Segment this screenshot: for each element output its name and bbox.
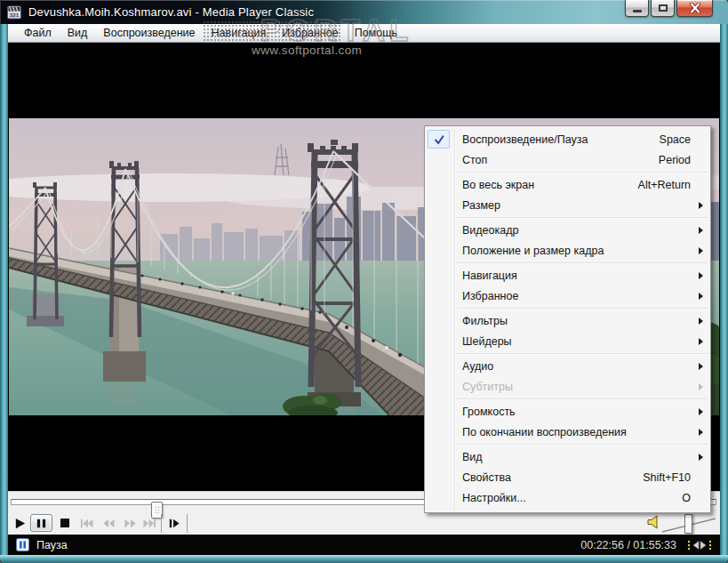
- skip-forward-button[interactable]: [142, 516, 157, 531]
- toolbar-separator: [161, 514, 162, 533]
- window-frame-bottom: [0, 555, 728, 563]
- skip-forward-icon: [142, 517, 157, 530]
- checked-indicator: [428, 130, 450, 149]
- status-icon: [16, 538, 29, 551]
- submenu-arrow-icon: [699, 363, 703, 370]
- close-button[interactable]: [676, 0, 713, 17]
- submenu-arrow-icon: [699, 202, 703, 209]
- menu-item-volume[interactable]: Громкость: [425, 401, 710, 422]
- menu-item-pan-scan[interactable]: Положение и размер кадра: [425, 240, 710, 261]
- svg-text:321: 321: [10, 12, 20, 18]
- menu-navigate[interactable]: Навигация: [204, 25, 275, 41]
- menu-item-view[interactable]: Вид: [425, 446, 710, 467]
- stop-button[interactable]: [57, 516, 72, 531]
- menubar: Файл Вид Воспроизведение Навигация Избра…: [8, 24, 720, 43]
- submenu-arrow-icon: [699, 454, 703, 461]
- statusbar: Пауза 00:22:56 / 01:55:33: [8, 535, 720, 555]
- close-icon: [689, 3, 701, 13]
- menu-separator: [456, 262, 708, 263]
- minimize-icon: [633, 10, 642, 12]
- toolbar-separator: [187, 514, 188, 533]
- frame-step-button[interactable]: [166, 516, 181, 531]
- submenu-arrow-icon: [699, 338, 703, 345]
- submenu-arrow-icon: [699, 429, 703, 436]
- window-frame-left: [0, 24, 8, 563]
- titlebar[interactable]: 321 Devushka.Moih.Koshmarov.avi - Media …: [0, 0, 728, 24]
- window-frame-right: [720, 24, 728, 563]
- menu-separator: [456, 398, 708, 399]
- submenu-arrow-icon: [699, 247, 703, 254]
- menu-view[interactable]: Вид: [60, 25, 96, 41]
- minimize-button[interactable]: [625, 0, 649, 17]
- menu-item-after-playback[interactable]: По окончании воспроизведения: [425, 422, 710, 442]
- menu-separator: [456, 217, 708, 218]
- menu-favorites[interactable]: Избранное: [274, 25, 346, 41]
- menu-item-filters[interactable]: Фильтры: [425, 310, 710, 331]
- menu-play[interactable]: Воспроизведение: [95, 25, 203, 41]
- menu-item-favorites[interactable]: Избранное: [425, 286, 710, 306]
- skip-backward-icon: [79, 517, 94, 530]
- menu-item-navigate[interactable]: Навигация: [425, 265, 710, 286]
- frame-step-icon: [167, 517, 180, 530]
- submenu-arrow-icon: [699, 318, 703, 325]
- menu-item-properties[interactable]: Свойства Shift+F10: [425, 467, 710, 487]
- play-icon: [13, 517, 27, 530]
- menu-separator: [456, 172, 708, 173]
- playback-state: Пауза: [36, 539, 68, 551]
- maximize-icon: [659, 4, 668, 12]
- context-menu: Воспроизведение/Пауза Space Стоп Period …: [424, 125, 711, 513]
- menu-help[interactable]: Помощь: [347, 25, 405, 41]
- submenu-arrow-icon: [699, 293, 703, 300]
- menu-item-video-frame[interactable]: Видеокадр: [425, 220, 710, 240]
- submenu-arrow-icon: [699, 408, 703, 415]
- maximize-button[interactable]: [651, 0, 675, 17]
- menu-item-play-pause[interactable]: Воспроизведение/Пауза Space: [425, 129, 710, 149]
- play-button[interactable]: [12, 516, 28, 531]
- volume-thumb[interactable]: [684, 514, 692, 534]
- menu-separator: [456, 353, 708, 354]
- menu-item-shaders[interactable]: Шейдеры: [425, 331, 710, 351]
- menu-separator: [456, 308, 708, 309]
- menu-separator: [456, 444, 708, 445]
- speaker-icon: [647, 515, 662, 529]
- pause-icon: [36, 518, 47, 529]
- menu-item-stop[interactable]: Стоп Period: [425, 149, 710, 170]
- transport-controls: [12, 512, 188, 534]
- submenu-arrow-icon: [699, 272, 703, 279]
- mpc-window: 321 Devushka.Moih.Koshmarov.avi - Media …: [0, 0, 728, 563]
- menu-item-options[interactable]: Настройки... O: [425, 487, 710, 508]
- time-display: 00:22:56 / 01:55:33: [580, 539, 676, 551]
- menu-item-fullscreen[interactable]: Во весь экран Alt+Return: [425, 174, 710, 195]
- audio-channels-icon: [687, 539, 712, 551]
- submenu-arrow-icon: [699, 383, 703, 390]
- submenu-arrow-icon: [699, 227, 703, 234]
- window-title: Devushka.Moih.Koshmarov.avi - Media Play…: [28, 5, 314, 19]
- rewind-icon: [101, 517, 116, 530]
- fast-forward-icon: [123, 517, 137, 530]
- pause-button[interactable]: [30, 514, 52, 532]
- menu-item-subtitles: Субтитры: [425, 376, 710, 397]
- menu-file[interactable]: Файл: [16, 25, 60, 41]
- mpc-app-icon: 321: [7, 5, 22, 20]
- rewind-button[interactable]: [100, 516, 116, 531]
- menu-item-audio[interactable]: Аудио: [425, 356, 710, 376]
- menu-item-size[interactable]: Размер: [425, 195, 710, 215]
- stop-icon: [59, 517, 71, 529]
- check-icon: [432, 133, 446, 146]
- skip-backward-button[interactable]: [79, 516, 94, 531]
- fast-forward-button[interactable]: [122, 516, 137, 531]
